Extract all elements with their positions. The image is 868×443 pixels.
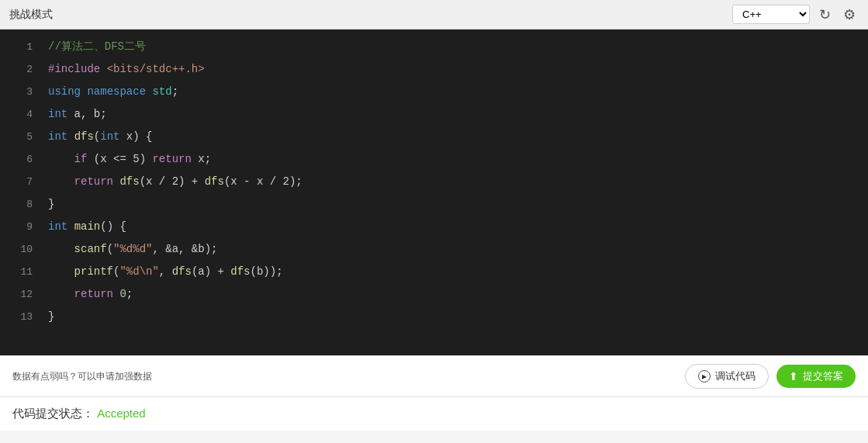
code-token: #include [48,63,100,75]
code-line: 5 int dfs(int x) { [0,126,868,148]
code-line: 3 using namespace std; [0,81,868,103]
code-token: int [48,108,67,120]
code-token: int [48,130,67,143]
code-line: 12 return 0; [0,283,868,306]
code-token: "%d\n" [119,265,158,278]
code-token: dfs [172,265,192,278]
submit-button[interactable]: ⬆ 提交答案 [776,365,856,388]
code-token: printf [74,265,113,278]
top-bar: 挑战模式 C++ C Java Python3 Python2 ↻ ⚙ [0,0,868,29]
play-circle-icon: ▶ [698,370,711,382]
code-line: 8 } [0,193,868,216]
code-token: namespace [87,85,146,98]
code-line: 6 if (x <= 5) return x; [0,148,868,171]
code-token: <bits/stdc++.h> [107,63,205,75]
code-token: using [48,85,81,98]
status-bar: 代码提交状态： Accepted [0,396,868,431]
code-token: dfs [230,265,250,278]
code-token: if [74,153,88,165]
code-token: int [100,130,119,143]
code-line: 9 int main() { [0,216,868,238]
debug-button[interactable]: ▶ 调试代码 [685,364,769,389]
code-token: 0 [119,288,126,300]
code-token: "%d%d" [113,243,152,255]
code-line: 10 scanf("%d%d", &a, &b); [0,238,868,261]
code-token: //算法二、DFS二号 [48,40,146,53]
code-token: main [74,220,101,233]
status-label: 代码提交状态： [12,407,94,420]
bottom-toolbar: 数据有点弱吗？可以申请加强数据 ▶ 调试代码 ⬆ 提交答案 [0,355,868,396]
code-line: 7 return dfs(x / 2) + dfs(x - x / 2); [0,171,868,193]
code-token: return [152,153,191,165]
code-token: return [74,288,113,300]
code-line: 1 //算法二、DFS二号 [0,36,868,58]
code-token: int [48,220,67,233]
code-token: return [74,175,113,188]
weak-data-text: 数据有点弱吗？可以申请加强数据 [12,370,152,383]
code-token: std [152,85,171,98]
status-value: Accepted [97,407,146,420]
challenge-mode-title: 挑战模式 [9,8,53,22]
refresh-icon: ↻ [819,6,831,23]
code-token: dfs [119,175,139,188]
code-editor[interactable]: 1 //算法二、DFS二号 2 #include <bits/stdc++.h>… [0,29,868,355]
code-line: 13 } [0,306,868,328]
code-line: 11 printf("%d\n", dfs(a) + dfs(b)); [0,261,868,283]
code-token: scanf [74,243,107,255]
upload-icon: ⬆ [789,370,798,382]
top-bar-controls: C++ C Java Python3 Python2 ↻ ⚙ [732,5,859,25]
code-token: dfs [74,130,94,143]
refresh-button[interactable]: ↻ [816,5,834,25]
code-line: 2 #include <bits/stdc++.h> [0,58,868,81]
code-token: dfs [205,175,224,188]
language-select[interactable]: C++ C Java Python3 Python2 [732,5,810,24]
debug-label: 调试代码 [715,369,756,383]
settings-icon: ⚙ [843,6,856,23]
submit-label: 提交答案 [803,369,843,383]
code-line: 4 int a, b; [0,103,868,126]
settings-button[interactable]: ⚙ [840,5,859,25]
action-buttons: ▶ 调试代码 ⬆ 提交答案 [685,364,856,389]
